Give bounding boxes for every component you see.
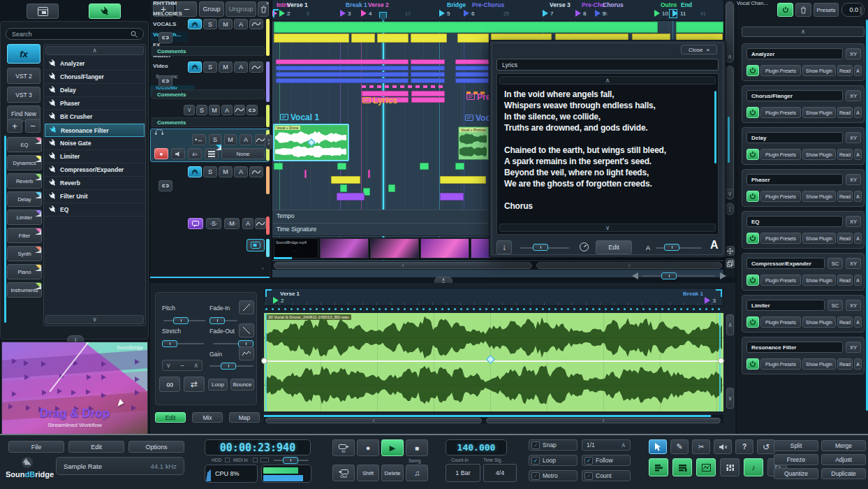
slot-auto-button[interactable]: A — [854, 233, 862, 244]
tabs-scroll-right[interactable]: › — [262, 265, 264, 272]
pattern-clip[interactable] — [388, 184, 395, 192]
menu-edit[interactable]: Edit — [68, 441, 124, 453]
pattern-clip[interactable] — [274, 22, 658, 33]
rack-value-display[interactable]: 0.0 — [841, 3, 865, 17]
zoom-in-icon[interactable] — [720, 272, 726, 279]
time-sig-field[interactable]: 4/4 — [483, 464, 517, 482]
track-collapse-button[interactable] — [188, 166, 202, 177]
track-collapse-button[interactable] — [188, 19, 202, 29]
grid-size-dropdown[interactable]: 1/1∧ — [582, 439, 631, 451]
pattern-clip[interactable] — [368, 170, 370, 178]
lyrics-slider1[interactable] — [533, 244, 548, 251]
section-marker[interactable] — [279, 10, 285, 17]
track-automation-curve-button[interactable] — [234, 105, 245, 115]
video-thumb-first[interactable]: SoundBridge.mp4 ··· — [274, 238, 318, 258]
read-button[interactable]: Read — [837, 191, 853, 202]
section-marker[interactable] — [340, 10, 346, 17]
plugin-presets-button[interactable]: Plugin Presets — [760, 358, 801, 370]
video-thumbnail[interactable] — [370, 238, 419, 258]
category-delay[interactable]: Delay — [7, 191, 42, 207]
video-thumbnail[interactable] — [320, 238, 369, 258]
section-marker[interactable] — [543, 10, 548, 17]
track-collapse-button[interactable] — [188, 61, 202, 73]
pattern-clip[interactable] — [411, 59, 445, 64]
plugin-item-chorus-flanger[interactable]: Chorus/Flanger — [45, 71, 145, 84]
lyrics-text-panel[interactable]: ∧ In the void where angels fall,Whispers… — [496, 73, 719, 235]
show-plugin-button[interactable]: Show Plugin — [802, 107, 836, 118]
plugin-item-analyzer[interactable]: Analyzer — [45, 57, 145, 71]
lyrics-scroll-down[interactable]: ∨ — [499, 224, 716, 232]
rack-slot-name[interactable]: Limiter — [746, 300, 825, 311]
sidechain-button[interactable]: SC — [827, 300, 843, 311]
arrangement-vscroll[interactable]: ∧ ∨ ‹› — [725, 0, 735, 277]
plugin-item-bit-crusher[interactable]: Bit Crusher — [45, 110, 145, 124]
track-solo-button[interactable]: S — [203, 166, 217, 177]
swing-note-button[interactable]: ♫ — [406, 465, 428, 481]
track-link-button[interactable] — [159, 32, 172, 43]
stop-button[interactable]: ■ — [406, 439, 428, 456]
punch-out-button[interactable]: Out — [332, 465, 355, 481]
pattern-clip[interactable] — [276, 72, 409, 77]
menu-options[interactable]: Options — [128, 441, 184, 453]
track-mute-button[interactable]: M — [219, 61, 233, 73]
add-category-button[interactable]: + — [7, 119, 22, 133]
layers-icon[interactable] — [726, 258, 735, 268]
rack-slot-name[interactable]: Phaser — [746, 174, 843, 185]
fade-out-icon[interactable] — [239, 323, 254, 337]
show-plugin-button[interactable]: Show Plugin — [802, 65, 836, 76]
slot-power-button[interactable] — [746, 358, 759, 370]
pencil-tool[interactable]: ✎ — [670, 439, 689, 454]
slot-auto-button[interactable]: A — [854, 191, 862, 202]
sequencer-tab-sequenc[interactable]: Sequenc× — [150, 73, 195, 85]
track-automation-curve-button[interactable] — [249, 19, 263, 29]
track-record-button[interactable]: ● — [154, 148, 168, 159]
pitch-slider[interactable] — [173, 317, 189, 324]
action-merge[interactable]: Merge — [821, 440, 866, 451]
pattern-clip[interactable] — [420, 163, 429, 170]
pattern-clip[interactable] — [440, 193, 464, 200]
track-link-button[interactable] — [159, 75, 172, 87]
automation-editor-button[interactable] — [696, 458, 716, 476]
section-marker[interactable] — [361, 10, 367, 17]
hzoom-control[interactable] — [632, 271, 726, 281]
rack-slot-name[interactable]: Resonance Filter — [746, 342, 843, 353]
track-lane-list-button[interactable] — [205, 148, 219, 159]
slot-power-button[interactable] — [746, 191, 759, 202]
bounce-button[interactable]: Bounce — [230, 379, 254, 391]
rack-slot-name[interactable]: Chorus/Flanger — [746, 90, 843, 101]
help-tool[interactable]: ? — [735, 439, 753, 454]
pattern-clip[interactable] — [337, 163, 346, 170]
scissors-tool[interactable]: ✂ — [692, 439, 710, 454]
loop-button[interactable]: Loop — [208, 379, 228, 391]
xy-button[interactable]: XY — [846, 48, 861, 59]
track-name-video[interactable]: Video — [150, 63, 192, 73]
category-piano[interactable]: Piano — [7, 264, 42, 279]
vscroll-down-button[interactable]: ∨ — [726, 189, 734, 198]
checkbox-count[interactable]: ✓Count — [582, 470, 631, 481]
plugin-item-reverb[interactable]: Reverb — [45, 177, 145, 190]
track-move-button[interactable]: •↔ — [192, 134, 206, 145]
playhead-flag[interactable] — [379, 12, 387, 21]
pattern-clip[interactable] — [337, 193, 365, 200]
comments-bar[interactable]: Comments — [152, 89, 265, 99]
action-split[interactable]: Split — [774, 440, 818, 451]
shift-button[interactable]: Shift — [357, 465, 379, 481]
tempo-display[interactable]: 140.000 — [446, 439, 507, 455]
tab-close-icon[interactable]: × — [266, 1, 269, 6]
record-button[interactable]: ● — [357, 439, 379, 456]
pattern-clip[interactable] — [411, 78, 445, 83]
comments-bar[interactable]: Comments — [152, 46, 265, 56]
zoom-out-icon[interactable] — [632, 272, 638, 279]
slot-auto-button[interactable]: A — [854, 149, 862, 160]
tab-fx[interactable]: fx — [7, 44, 41, 64]
plugin-presets-button[interactable]: Plugin Presets — [760, 65, 801, 76]
slot-power-button[interactable] — [746, 275, 759, 286]
track-master-auto-button[interactable]: A — [242, 218, 253, 229]
read-button[interactable]: Read — [837, 275, 853, 286]
track-auto-button[interactable]: A — [221, 105, 233, 115]
arrangement-hscrollbar[interactable]: ‹ › — [272, 261, 723, 270]
pattern-clip[interactable] — [411, 34, 447, 43]
track-transpose-button[interactable]: ±♭ — [188, 148, 202, 159]
track-video-monitor-button[interactable] — [247, 239, 265, 251]
plugin-item-noise-gate[interactable]: Noise Gate — [45, 137, 145, 150]
